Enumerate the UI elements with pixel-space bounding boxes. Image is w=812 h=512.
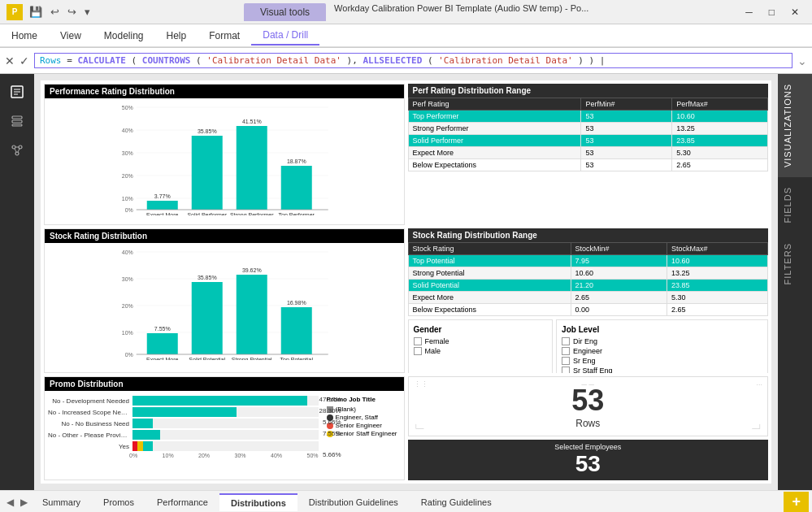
minimize-button[interactable]: ─ [739, 5, 759, 20]
formula-check-icon[interactable]: ✓ [20, 54, 29, 67]
kpi-card: ⋮⋮ ─ ─ ··· 53 Rows └─ ─┘ [408, 376, 769, 436]
tab-visualizations[interactable]: VISUALIZATIONS [778, 74, 812, 177]
promo-dist-content: No - Development Needed 47.17% No - Incr… [45, 391, 404, 462]
promo-bar-container-5: 5.66% [132, 441, 319, 451]
engineer-label: Engineer [573, 347, 602, 355]
main-layout: Performance Rating Distribution 50% 40% … [0, 74, 812, 490]
tab-view[interactable]: View [49, 27, 93, 45]
filter-engineer[interactable]: Engineer [562, 347, 762, 355]
sr-staff-eng-checkbox[interactable] [562, 367, 570, 373]
tab-fields[interactable]: FIELDS [778, 177, 812, 233]
promo-bar-row-1: No - Development Needed 47.17% [48, 396, 319, 406]
svg-text:Solid Performer: Solid Performer [187, 212, 227, 215]
tab-rating-guidelines[interactable]: Rating Guidelines [410, 493, 503, 510]
svg-text:Strong Potential: Strong Potential [232, 357, 272, 360]
tab-home[interactable]: Home [0, 27, 49, 45]
sidebar-icon-report[interactable] [6, 80, 28, 103]
close-button[interactable]: ✕ [784, 5, 805, 20]
formula-input[interactable]: Rows = CALCULATE ( COUNTROWS ( 'Calibrat… [34, 53, 792, 68]
svg-text:39.62%: 39.62% [242, 267, 262, 273]
kpi-bottom-frame-right: ─┘ [752, 424, 762, 432]
stock-dist-chart[interactable]: Stock Rating Distribution 40% 30% 20% 10… [44, 228, 405, 373]
tab-distribution-guidelines[interactable]: Distribution Guidelines [297, 493, 410, 510]
gender-filter-title: Gender [414, 325, 548, 334]
formula-x-icon[interactable]: ✕ [5, 54, 15, 67]
perf-range-table[interactable]: Perf Rating Distribution Range Perf Rati… [408, 84, 769, 225]
formula-expand-icon[interactable]: ⌄ [797, 54, 807, 67]
promo-dist-chart[interactable]: Promo Distribution No - Development Need… [44, 376, 405, 480]
filter-male[interactable]: Male [414, 347, 548, 355]
tab-promos[interactable]: Promos [92, 493, 145, 510]
male-checkbox[interactable] [414, 347, 422, 355]
svg-text:35.85%: 35.85% [198, 275, 217, 280]
promo-pct-4: 7.55% [323, 430, 341, 437]
kpi-top-left-dots: ⋮⋮ [414, 380, 428, 388]
promo-bar-row-3: No - No Business Need 5.66% [48, 419, 319, 428]
ribbon-tabs: Home View Modeling Help Format Data / Dr… [0, 24, 812, 47]
kpi-bottom-frame: └─ [414, 424, 424, 432]
svg-rect-27 [192, 136, 223, 210]
tab-performance[interactable]: Performance [145, 493, 219, 510]
tab-next-button[interactable]: ▶ [17, 497, 31, 508]
dir-eng-checkbox[interactable] [562, 337, 570, 345]
stock-range-table[interactable]: Stock Rating Distribution Range Stock Ra… [408, 228, 769, 373]
app-title: Workday Calibration Power BI Template (A… [334, 3, 588, 21]
engineer-checkbox[interactable] [562, 347, 570, 355]
svg-rect-25 [147, 201, 178, 210]
perf-dist-chart[interactable]: Performance Rating Distribution 50% 40% … [44, 84, 405, 225]
promo-bars-area: No - Development Needed 47.17% No - Incr… [48, 394, 319, 458]
right-panel: VISUALIZATIONS FIELDS FILTERS [778, 74, 812, 490]
svg-text:40%: 40% [122, 128, 133, 133]
col-perf-rating: Perf Rating [408, 98, 581, 111]
maximize-button[interactable]: □ [762, 5, 781, 20]
job-level-filter: Job Level Dir Eng Engineer Sr Eng [556, 319, 768, 373]
save-button[interactable]: 💾 [26, 4, 46, 20]
svg-text:10%: 10% [122, 196, 133, 202]
tab-help[interactable]: Help [155, 27, 198, 45]
filter-female[interactable]: Female [414, 337, 548, 345]
stock-dist-svg: 40% 30% 20% 10% 0% 7.55% [48, 246, 401, 360]
legend-label-engineer-staff: Engineer, Staff [336, 414, 378, 421]
svg-text:10%: 10% [122, 330, 133, 336]
promo-label-3: No - No Business Need [48, 420, 129, 427]
tab-prev-button[interactable]: ◀ [3, 497, 17, 508]
promo-bar-row-2: No - Increased Scope Nee... 28.30% [48, 407, 319, 417]
redo-button[interactable]: ↪ [64, 4, 80, 20]
promo-bar-row-5: Yes 5.66% [48, 441, 319, 451]
svg-text:7.55%: 7.55% [154, 326, 171, 332]
promo-bar-container-1: 47.17% [132, 396, 319, 406]
svg-rect-4 [12, 116, 22, 119]
promo-legend: Promo Job Title (Blank) Engineer, Staff … [323, 394, 401, 458]
sr-eng-checkbox[interactable] [562, 357, 570, 365]
tab-format[interactable]: Format [198, 27, 251, 45]
sidebar-icon-data[interactable] [6, 110, 28, 132]
filter-sr-eng[interactable]: Sr Eng [562, 357, 762, 365]
svg-point-9 [15, 152, 19, 155]
sidebar-icon-model[interactable] [6, 139, 28, 162]
selected-employees-card: Selected Employees 53 [408, 440, 769, 480]
undo-button[interactable]: ↩ [47, 4, 63, 20]
promo-bar-3 [132, 419, 153, 428]
tab-filters[interactable]: FILTERS [778, 233, 812, 294]
perf-dist-title: Performance Rating Distribution [45, 85, 404, 98]
more-button[interactable]: ▾ [81, 4, 93, 20]
title-bar-left: P 💾 ↩ ↪ ▾ [7, 4, 93, 20]
tab-data-drill[interactable]: Data / Drill [251, 26, 319, 46]
tab-distributions[interactable]: Distributions [219, 493, 297, 511]
table-row: Solid Performer 53 23.85 [408, 135, 768, 147]
metrics-area: ⋮⋮ ─ ─ ··· 53 Rows └─ ─┘ Selected Employ… [408, 376, 769, 480]
app-icon: P [7, 4, 23, 20]
female-checkbox[interactable] [414, 337, 422, 345]
add-tab-button[interactable]: + [784, 492, 809, 512]
kpi-label: Rows [575, 418, 600, 429]
tab-summary[interactable]: Summary [31, 493, 92, 510]
tab-modeling[interactable]: Modeling [93, 27, 155, 45]
col-stock-max: StockMax# [667, 243, 767, 255]
svg-text:30%: 30% [122, 150, 133, 156]
kpi-number: 53 [571, 384, 604, 418]
filter-dir-eng[interactable]: Dir Eng [562, 337, 762, 345]
svg-rect-29 [237, 126, 267, 210]
filter-sr-staff-eng[interactable]: Sr Staff Eng [562, 367, 762, 373]
visual-tools-tab[interactable]: Visual tools [244, 3, 326, 21]
svg-rect-50 [192, 282, 223, 354]
